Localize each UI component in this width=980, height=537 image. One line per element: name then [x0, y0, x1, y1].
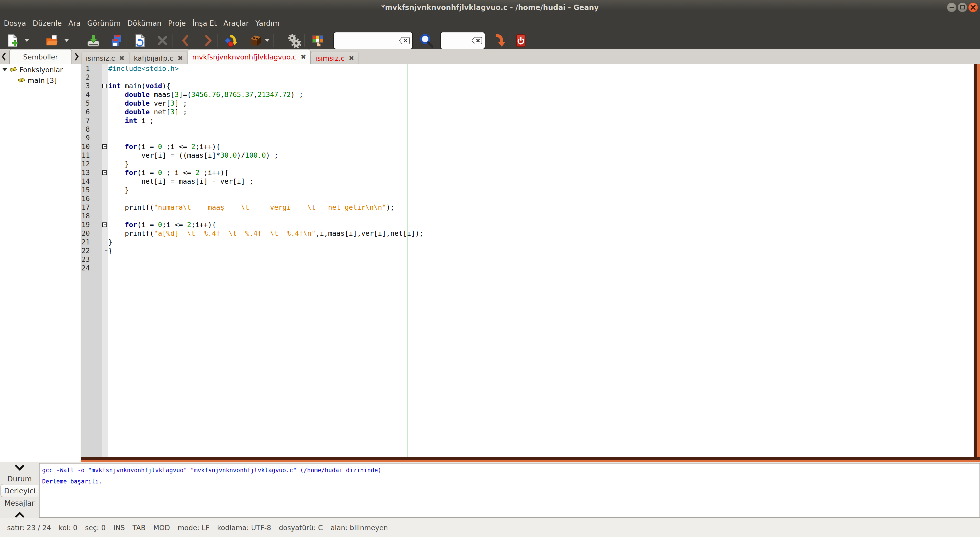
sidebar-tab-semboller[interactable]: Semboller [9, 49, 72, 64]
clear-search-icon[interactable] [399, 37, 410, 44]
minimize-button[interactable] [947, 3, 956, 12]
code-text: ;i++){ [191, 221, 216, 229]
code-line-text: for(i = 0;i <= 2;i++){ [108, 221, 216, 229]
status-item: dosyatürü: C [279, 524, 323, 532]
close-document-button[interactable] [156, 33, 169, 48]
navigate-forward-icon [203, 35, 214, 47]
fold-marker[interactable] [102, 142, 108, 151]
menu-aralar[interactable]: Araçlar [220, 15, 252, 32]
tab-close-icon[interactable]: ✖ [119, 55, 125, 62]
fold-margin [102, 229, 108, 238]
new-document-button[interactable] [6, 33, 18, 48]
search-input[interactable] [333, 32, 413, 49]
menu-grnm[interactable]: Görünüm [84, 15, 124, 32]
code-text [108, 99, 125, 107]
status-item: MOD [153, 524, 170, 532]
code-line: 20 printf("a[%d] \t %.4f \t %.4f \t %.4f… [81, 229, 974, 238]
menu-proje[interactable]: Proje [165, 15, 189, 32]
vertical-scrollbar[interactable] [974, 64, 980, 457]
editor-tab[interactable]: isimsiz.c✖ [310, 51, 359, 64]
save-all-button[interactable] [110, 33, 123, 48]
menu-inaet[interactable]: İnşa Et [189, 15, 220, 32]
compiler-message: gcc -Wall -o "mvkfsnjvnknvonhfjlvklagvuo… [42, 464, 980, 476]
navigate-forward-button[interactable] [203, 33, 214, 48]
new-document-icon [6, 34, 18, 47]
code-line: 7 int i ; [81, 116, 974, 125]
number: 21347.72 [258, 91, 291, 99]
color-chooser-button[interactable] [311, 33, 325, 48]
revert-button[interactable] [134, 33, 146, 48]
expander-icon[interactable] [2, 68, 8, 71]
sidebar-tab-next[interactable] [73, 51, 80, 62]
fold-margin [102, 108, 108, 116]
panel-collapse-button[interactable] [0, 464, 39, 471]
tree-item-main3[interactable]: main [3] [18, 76, 57, 85]
new-document-dropdown[interactable] [24, 39, 29, 42]
tree-item-fonksiyonlar[interactable]: Fonksiyonlar [2, 65, 63, 74]
code-editor[interactable]: 1#include<stdio.h>23int main(void){4 dou… [81, 64, 974, 457]
code-text: (i = [137, 221, 158, 229]
keyword: double [125, 91, 150, 99]
keyword: double [125, 108, 150, 116]
chevron-up-icon [15, 512, 24, 518]
panel-tab-mesajlar[interactable]: Mesajlar [0, 499, 39, 508]
line-number: 11 [81, 151, 102, 160]
run-button[interactable] [287, 33, 301, 48]
search-button[interactable] [419, 33, 433, 48]
main-area: Fonksiyonlarmain [3] 1#include<stdio.h>2… [0, 64, 980, 462]
sidebar-splitter[interactable] [80, 64, 80, 462]
keyword: int [125, 117, 137, 124]
code-line: 12 } [81, 160, 974, 168]
open-button[interactable] [45, 33, 58, 48]
editor-tab-label: isimsiz.c [315, 54, 345, 62]
titlebar: *mvkfsnjvnknvonhfjlvklagvuo.c - /home/hu… [0, 0, 980, 15]
close-button[interactable] [968, 3, 978, 12]
editor-tab[interactable]: kafjbıjaıfp.c✖ [129, 51, 188, 64]
number: 3 [175, 91, 179, 99]
build-button[interactable] [248, 33, 262, 48]
line-number: 2 [81, 73, 102, 82]
open-dropdown[interactable] [64, 39, 69, 42]
tab-close-icon[interactable]: ✖ [177, 55, 183, 62]
save-button[interactable] [87, 33, 100, 48]
panel-tab-derleyici[interactable]: Derleyici [0, 484, 38, 497]
sidebar-tab-label: Semboller [23, 53, 58, 61]
line-number: 9 [81, 133, 102, 142]
keyword: int [108, 82, 121, 90]
editor-tab[interactable]: isimsiz.c✖ [81, 51, 129, 64]
editor-tab[interactable]: mvkfsnjvnknvonhfjlvklagvuo.c✖ [188, 49, 310, 64]
goto-line-input[interactable] [440, 32, 485, 49]
code-text: , [253, 91, 258, 99]
compile-button[interactable] [224, 33, 237, 48]
line-number: 4 [81, 90, 102, 99]
menu-dosya[interactable]: Dosya [0, 15, 29, 32]
menu-yardm[interactable]: Yardım [252, 15, 283, 32]
clear-goto-icon[interactable] [471, 37, 483, 44]
navigate-back-button[interactable] [180, 33, 191, 48]
tab-close-icon[interactable]: ✖ [348, 55, 354, 62]
fold-marker[interactable] [102, 82, 108, 90]
quit-button[interactable] [515, 33, 527, 48]
fold-marker[interactable] [102, 168, 108, 177]
menu-dkman[interactable]: Döküman [124, 15, 165, 32]
fold-marker[interactable] [102, 221, 108, 229]
jump-to-line-button[interactable] [492, 33, 505, 48]
line-number: 22 [81, 246, 102, 255]
tab-close-icon[interactable]: ✖ [301, 54, 306, 60]
menu-dzenle[interactable]: Düzenle [29, 15, 65, 32]
tree-item-label: Fonksiyonlar [19, 66, 63, 74]
menu-ara[interactable]: Ara [65, 15, 84, 32]
code-text: } [108, 238, 112, 246]
sidebar-tab-prev[interactable] [0, 51, 8, 62]
maximize-button[interactable] [958, 3, 967, 12]
panel-expand-button[interactable] [0, 512, 39, 518]
tree-item-label: main [3] [27, 76, 57, 84]
number: 8765.37 [224, 91, 253, 99]
fold-margin [102, 160, 108, 168]
code-text: } [108, 247, 112, 254]
number: 30.0 [220, 151, 237, 159]
build-dropdown[interactable] [265, 39, 269, 42]
panel-tab-durum[interactable]: Durum [0, 474, 39, 484]
color-chooser-icon [311, 34, 325, 47]
horizontal-scrollbar[interactable] [81, 457, 980, 462]
